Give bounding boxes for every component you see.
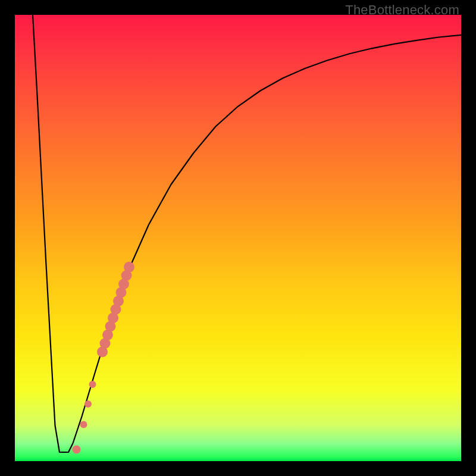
- marker-group: [73, 262, 135, 454]
- data-marker: [89, 381, 96, 388]
- curve-layer: [15, 15, 461, 461]
- data-marker: [73, 446, 81, 454]
- plot-area: [15, 15, 461, 461]
- attribution-label: TheBottleneck.com: [345, 2, 459, 18]
- data-marker: [124, 262, 134, 273]
- bottleneck-curve: [33, 15, 461, 452]
- data-marker: [80, 421, 87, 428]
- data-marker: [84, 400, 92, 408]
- chart-frame: TheBottleneck.com: [0, 0, 476, 476]
